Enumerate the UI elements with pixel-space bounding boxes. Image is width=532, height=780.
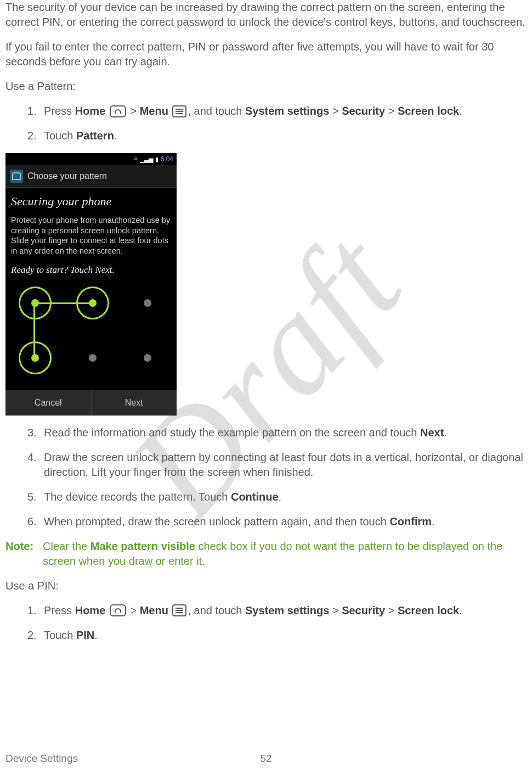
pattern-steps-list-cont: 3. Read the information and study the ex… (5, 425, 527, 529)
phone-cancel-button[interactable]: Cancel (5, 390, 92, 416)
menu-icon (172, 604, 186, 616)
pattern-dot (144, 299, 151, 307)
battery-icon: ▮ (155, 155, 159, 164)
pattern-step-1: 1. Press Home > Menu , and touch System … (27, 104, 527, 119)
use-pattern-heading: Use a Pattern: (5, 79, 527, 94)
pattern-step-4: 4. Draw the screen unlock pattern by con… (27, 450, 527, 480)
pattern-step-2: 2. Touch Pattern. (27, 128, 527, 143)
home-icon (110, 604, 126, 616)
pattern-dot-active (19, 341, 52, 374)
pattern-steps-list: 1. Press Home > Menu , and touch System … (5, 104, 527, 143)
pin-step-1: 1. Press Home > Menu , and touch System … (27, 603, 527, 618)
phone-title: Securing your phone (11, 193, 171, 210)
use-pin-heading: Use a PIN: (5, 579, 527, 593)
pattern-dot-active (76, 287, 109, 319)
phone-button-bar: Cancel Next (5, 390, 177, 416)
pin-steps-list: 1. Press Home > Menu , and touch System … (5, 603, 527, 643)
note-label: Note: (5, 539, 43, 569)
intro-paragraph-2: If you fail to enter the correct pattern… (5, 40, 527, 69)
phone-body: Securing your phone Protect your phone f… (5, 188, 177, 390)
phone-body-text: Protect your phone from unauthorized use… (11, 215, 171, 256)
phone-header-text: Choose your pattern (27, 170, 107, 182)
home-icon (110, 105, 126, 117)
menu-icon (172, 105, 186, 117)
signal-icon: ▁▃▅ (140, 155, 153, 164)
phone-screenshot: ⌔ ▁▃▅ ▮ 6:04 Choose your pattern Securin… (5, 153, 177, 416)
note-text: Clear the Make pattern visible check box… (43, 539, 527, 569)
bluetooth-icon: ⌔ (134, 155, 138, 164)
pattern-step-3: 3. Read the information and study the ex… (27, 425, 527, 440)
intro-paragraph-1: The security of your device can be incre… (5, 0, 527, 30)
pattern-step-6: 6. When prompted, draw the screen unlock… (27, 514, 527, 529)
page-footer: Device Settings 52 (5, 751, 527, 766)
footer-section-title: Device Settings (5, 751, 78, 766)
note-block: Note: Clear the Make pattern visible che… (5, 539, 527, 569)
phone-status-bar: ⌔ ▁▃▅ ▮ 6:04 (5, 153, 177, 165)
status-time: 6:04 (161, 155, 173, 164)
phone-app-header: Choose your pattern (5, 165, 177, 188)
pattern-dot (144, 354, 151, 362)
footer-page-number: 52 (260, 751, 271, 766)
pin-step-2: 2. Touch PIN. (27, 628, 527, 643)
lock-app-icon (10, 170, 23, 183)
pattern-dot (89, 354, 97, 362)
pattern-grid (14, 282, 168, 386)
pattern-step-5: 5. The device records the pattern. Touch… (27, 490, 527, 504)
pattern-dot-active (19, 287, 52, 319)
phone-ready-text: Ready to start? Touch Next. (11, 264, 171, 277)
phone-next-button[interactable]: Next (92, 390, 177, 416)
